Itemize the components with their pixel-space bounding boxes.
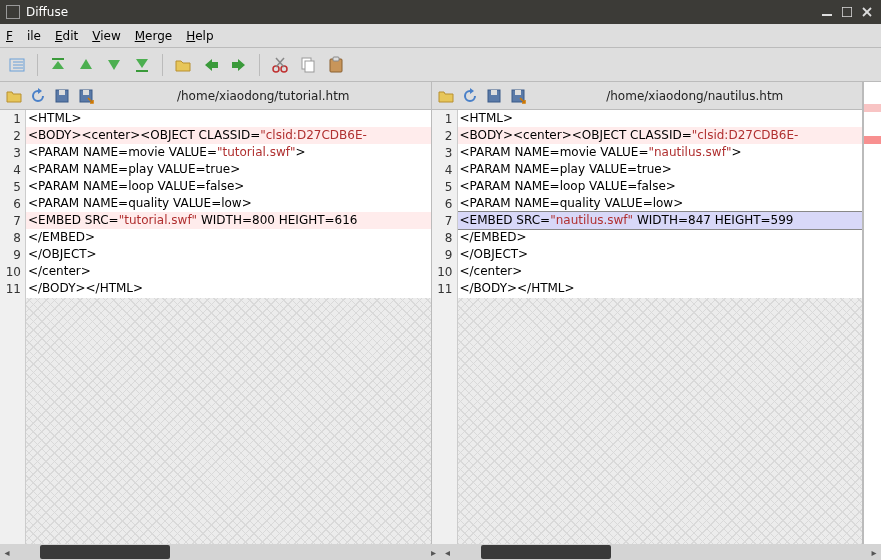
file-path: /home/xiaodong/tutorial.htm bbox=[100, 89, 427, 103]
open-file-button[interactable] bbox=[4, 86, 24, 106]
minimize-button[interactable] bbox=[819, 4, 835, 20]
svg-rect-8 bbox=[52, 58, 64, 60]
scroll-thumb[interactable] bbox=[481, 545, 611, 559]
svg-rect-25 bbox=[59, 90, 65, 95]
save-as-button[interactable] bbox=[508, 86, 528, 106]
first-diff-button[interactable] bbox=[47, 54, 69, 76]
open-file-button[interactable] bbox=[436, 86, 456, 106]
save-button[interactable] bbox=[52, 86, 72, 106]
copy-button[interactable] bbox=[297, 54, 319, 76]
reload-button[interactable] bbox=[28, 86, 48, 106]
pane-body[interactable]: 1234567891011 <HTML><BODY><center><OBJEC… bbox=[0, 110, 431, 544]
paste-button[interactable] bbox=[325, 54, 347, 76]
maximize-button[interactable] bbox=[839, 4, 855, 20]
svg-marker-11 bbox=[108, 60, 120, 70]
scroll-left-icon[interactable]: ◂ bbox=[0, 545, 14, 559]
right-pane: /home/xiaodong/nautilus.htm 123456789101… bbox=[432, 82, 864, 544]
code-area[interactable]: <HTML><BODY><center><OBJECT CLASSID="cls… bbox=[458, 110, 863, 544]
titlebar: Diffuse bbox=[0, 0, 881, 24]
last-diff-button[interactable] bbox=[131, 54, 153, 76]
svg-rect-1 bbox=[842, 7, 852, 17]
scroll-right-icon[interactable]: ▸ bbox=[427, 545, 441, 559]
menu-edit[interactable]: Edit bbox=[55, 29, 78, 43]
separator bbox=[259, 54, 260, 76]
hatch-area bbox=[458, 298, 863, 544]
scroll-thumb[interactable] bbox=[40, 545, 170, 559]
toolbar bbox=[0, 48, 881, 82]
svg-marker-15 bbox=[232, 59, 245, 71]
menu-file[interactable]: File bbox=[6, 29, 41, 43]
scroll-track[interactable] bbox=[28, 545, 413, 559]
code-area[interactable]: <HTML><BODY><center><OBJECT CLASSID="cls… bbox=[26, 110, 431, 544]
open-button[interactable] bbox=[172, 54, 194, 76]
cut-button[interactable] bbox=[269, 54, 291, 76]
svg-rect-27 bbox=[83, 90, 89, 95]
separator bbox=[37, 54, 38, 76]
svg-rect-31 bbox=[515, 90, 521, 95]
reload-button[interactable] bbox=[460, 86, 480, 106]
next-diff-button[interactable] bbox=[103, 54, 125, 76]
pane-header: /home/xiaodong/tutorial.htm bbox=[0, 82, 431, 110]
menu-help[interactable]: Help bbox=[186, 29, 213, 43]
svg-rect-13 bbox=[136, 70, 148, 72]
save-as-button[interactable] bbox=[76, 86, 96, 106]
separator bbox=[162, 54, 163, 76]
svg-rect-23 bbox=[333, 57, 339, 61]
panes: /home/xiaodong/tutorial.htm 123456789101… bbox=[0, 82, 881, 544]
svg-rect-29 bbox=[491, 90, 497, 95]
hatch-area bbox=[26, 298, 431, 544]
scroll-right-icon[interactable]: ▸ bbox=[867, 545, 881, 559]
svg-rect-0 bbox=[822, 14, 832, 16]
save-button[interactable] bbox=[484, 86, 504, 106]
menu-merge[interactable]: Merge bbox=[135, 29, 172, 43]
svg-marker-12 bbox=[136, 59, 148, 68]
prev-diff-button[interactable] bbox=[75, 54, 97, 76]
svg-marker-9 bbox=[52, 61, 64, 69]
close-button[interactable] bbox=[859, 4, 875, 20]
menubar: File Edit View Merge Help bbox=[0, 24, 881, 48]
pane-body[interactable]: 1234567891011 <HTML><BODY><center><OBJEC… bbox=[432, 110, 863, 544]
window-title: Diffuse bbox=[26, 5, 815, 19]
line-gutter: 1234567891011 bbox=[432, 110, 458, 544]
left-pane: /home/xiaodong/tutorial.htm 123456789101… bbox=[0, 82, 432, 544]
app-icon bbox=[6, 5, 20, 19]
overview-minimap[interactable] bbox=[863, 82, 881, 544]
file-path: /home/xiaodong/nautilus.htm bbox=[532, 89, 859, 103]
menu-view[interactable]: View bbox=[92, 29, 120, 43]
svg-marker-14 bbox=[205, 59, 218, 71]
svg-marker-10 bbox=[80, 59, 92, 69]
scroll-track[interactable] bbox=[469, 545, 854, 559]
realign-button[interactable] bbox=[6, 54, 28, 76]
hscrollbar[interactable]: ◂ ▸ ◂ ▸ bbox=[0, 544, 881, 560]
scroll-left-icon[interactable]: ◂ bbox=[441, 545, 455, 559]
redo-button[interactable] bbox=[228, 54, 250, 76]
pane-header: /home/xiaodong/nautilus.htm bbox=[432, 82, 863, 110]
undo-button[interactable] bbox=[200, 54, 222, 76]
line-gutter: 1234567891011 bbox=[0, 110, 26, 544]
svg-rect-21 bbox=[305, 61, 314, 72]
